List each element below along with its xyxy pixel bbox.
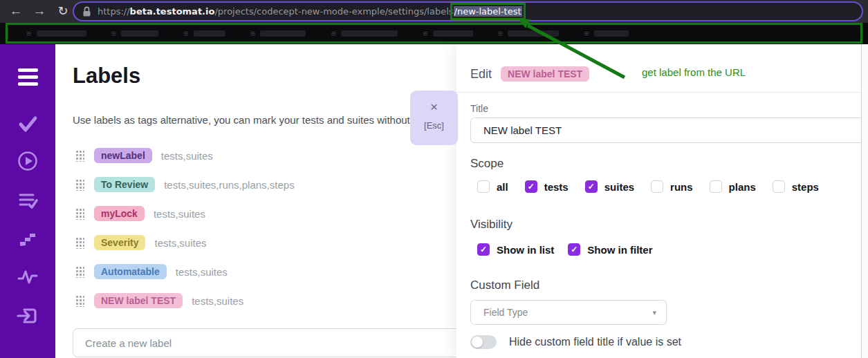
sidebar-item-analytics[interactable] [0,266,55,290]
checkbox-label: suites [604,181,634,193]
url-path: /projects/codecept-new-mode-exmple/setti… [214,6,453,17]
checkbox-label: plans [729,181,756,193]
checkbox-show-in-list[interactable]: Show in list [477,243,554,256]
screenshot-root: ← → ↻ https://beta.testomat.io/projects/… [0,0,868,358]
bookmark-label-redacted [433,30,473,37]
drag-handle-icon[interactable] [75,207,84,220]
checkbox-suites[interactable]: suites [585,180,634,193]
suites-list-icon [17,189,39,211]
page-description: Use labels as tags alternative, you can … [73,114,430,126]
hide-title-toggle[interactable] [470,335,497,349]
sidebar-item-exit[interactable] [0,304,55,328]
drag-handle-icon[interactable] [75,265,84,278]
sidebar-item-reports[interactable] [0,343,55,358]
forward-icon[interactable]: → [30,2,48,20]
field-type-select[interactable]: Field Type ▾ [470,300,667,325]
close-esc-button[interactable]: × [Esc] [410,91,458,145]
divider [456,92,868,93]
bookmark-item[interactable]: ≡ [498,29,560,38]
label-row: myLock tests,suites [75,199,452,228]
label-badge[interactable]: newLabel [94,148,152,163]
steps-stairs-icon [17,228,39,250]
runs-play-icon [17,150,39,172]
checkbox-show-in-filter[interactable]: Show in filter [568,243,652,256]
hide-title-toggle-row: Hide custom field title if value is set [470,335,681,349]
analytics-pulse-icon [16,266,39,288]
sidebar-item-steps[interactable] [0,228,55,252]
label-badge[interactable]: NEW label TEST [94,293,183,308]
bookmark-item[interactable]: ≡ [423,29,473,38]
sidebar-item-suites[interactable] [0,189,55,213]
checkbox-box[interactable] [477,243,490,256]
bookmark-label-redacted [121,30,158,37]
scope-section-label: Scope [470,157,504,171]
drag-handle-icon[interactable] [75,294,84,307]
label-badge[interactable]: To Review [94,177,155,192]
checkbox-box[interactable] [568,243,580,256]
checkbox-box[interactable] [525,180,537,193]
edit-label-panel: Edit NEW label TEST Title Scope all test… [456,44,868,358]
field-type-placeholder: Field Type [483,307,528,318]
title-input[interactable] [470,117,868,143]
visibility-section-label: Visibility [470,218,513,232]
bookmark-folder-icon: ≡ [183,29,189,38]
bookmark-item[interactable]: ≡ [331,29,398,38]
bookmark-folder-icon: ≡ [250,29,256,38]
bookmark-folder-icon: ≡ [331,29,336,38]
bookmark-folder-icon: ≡ [584,29,589,38]
drag-handle-icon[interactable] [75,236,84,249]
checkbox-tests[interactable]: tests [525,180,569,193]
label-badge[interactable]: Severity [94,235,145,250]
label-scope-text: tests,suites [154,208,205,220]
bookmark-item[interactable]: ≡ [183,29,225,38]
checkbox-box[interactable] [773,180,785,193]
sidebar-item-runs[interactable] [0,150,55,173]
checkbox-label: tests [544,181,569,193]
checkbox-all[interactable]: all [477,180,508,193]
url-bar[interactable]: https://beta.testomat.io/projects/codece… [73,1,863,21]
label-scope-text: tests,suites,runs,plans,steps [164,179,294,191]
checkbox-label: all [497,181,508,193]
annotation-note: get label from the URL [642,66,746,78]
menu-icon [18,68,38,92]
label-row: To Review tests,suites,runs,plans,steps [75,170,452,199]
checkbox-box[interactable] [710,180,722,193]
label-badge[interactable]: myLock [94,206,145,221]
url-selected-segment: /new-label-test [454,6,522,17]
label-badge[interactable]: Automatable [94,264,167,279]
bookmark-item[interactable]: ≡ [250,29,306,38]
url-scheme: https:// [98,6,130,17]
checkbox-box[interactable] [477,180,490,193]
chevron-down-icon: ▾ [652,308,656,317]
bookmark-folder-icon: ≡ [111,29,117,38]
sidebar-item-tests[interactable] [0,113,55,136]
label-row: NEW label TEST tests,suites [75,286,452,315]
label-scope-text: tests,suites [154,237,206,249]
checkbox-box[interactable] [585,180,598,193]
reload-icon[interactable]: ↻ [54,2,72,20]
label-scope-text: tests,suites [161,150,213,162]
checkbox-box[interactable] [651,180,663,193]
title-field-label: Title [470,103,488,114]
checkbox-runs[interactable]: runs [651,180,693,193]
bookmark-label-redacted [194,30,225,37]
bookmark-item[interactable]: ≡ [584,29,629,38]
drag-handle-icon[interactable] [75,149,84,162]
bookmark-item[interactable]: ≡ [26,29,86,38]
bookmark-item[interactable]: ≡ [111,29,159,38]
bookmark-folder-icon: ≡ [26,29,32,38]
url-text: https://beta.testomat.io/projects/codece… [98,6,522,17]
edit-label-badge: NEW label TEST [501,66,589,82]
label-scope-text: tests,suites [176,266,228,278]
url-domain: beta.testomat.io [130,6,215,17]
back-icon[interactable]: ← [7,2,25,20]
checkbox-plans[interactable]: plans [710,180,756,193]
drag-handle-icon[interactable] [75,178,84,191]
bookmark-label-redacted [341,30,398,37]
scrollbar[interactable] [861,44,868,358]
edit-panel-title: Edit [470,67,492,82]
checkbox-steps[interactable]: steps [773,180,819,193]
edit-panel-header: Edit NEW label TEST [470,66,589,82]
bookmark-folder-icon: ≡ [498,29,504,38]
sidebar-item-menu[interactable] [0,68,55,92]
